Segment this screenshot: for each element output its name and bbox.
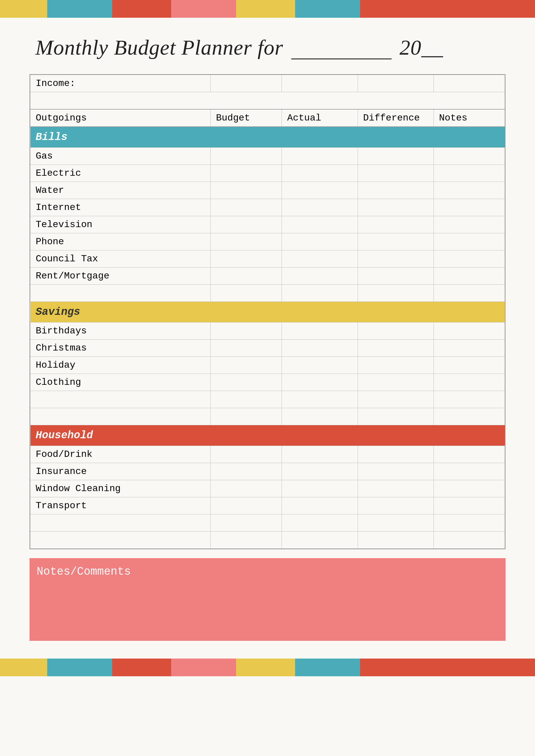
row-christmas: Christmas [30,339,505,356]
budget-table: Income: Outgoings Budget Actual Differen… [30,75,505,549]
title-main: Monthly Budget Planner for [35,36,283,59]
bar-5 [236,0,295,18]
label-electric: Electric [30,165,211,182]
title-year: 20__ [400,36,443,59]
household-empty-row-2 [30,531,505,548]
row-window-cleaning: Window Cleaning [30,480,505,497]
bar-7 [360,0,535,18]
label-rent-mortgage: Rent/Mortgage [30,267,211,285]
section-header-household: Household [30,425,505,446]
page-title: Monthly Budget Planner for 20__ [35,35,500,62]
bottom-bar-3 [112,658,171,676]
bottom-color-bars [0,658,535,676]
bar-4 [171,0,236,18]
col-header-outgoings: Outgoings [30,109,211,127]
bar-2 [47,0,112,18]
label-clothing: Clothing [30,374,211,391]
bar-1 [0,0,47,18]
bottom-bar-4 [171,658,236,676]
row-clothing: Clothing [30,374,505,391]
row-birthdays: Birthdays [30,322,505,339]
income-label: Income: [30,75,211,92]
notes-section: Notes/Comments [30,558,505,641]
bills-empty-row [30,285,505,302]
spacer-row-1 [30,92,505,109]
top-color-bars [0,0,535,18]
label-water: Water [30,182,211,199]
income-notes [434,75,505,92]
row-food-drink: Food/Drink [30,446,505,463]
income-budget [211,75,282,92]
label-phone: Phone [30,233,211,250]
label-internet: Internet [30,199,211,216]
bottom-bar-2 [47,658,112,676]
row-phone: Phone [30,233,505,250]
label-gas: Gas [30,147,211,165]
row-internet: Internet [30,199,505,216]
label-food-drink: Food/Drink [30,446,211,463]
row-television: Television [30,216,505,233]
savings-label: Savings [30,302,505,322]
label-television: Television [30,216,211,233]
col-header-budget: Budget [211,109,282,127]
income-diff [358,75,434,92]
label-transport: Transport [30,497,211,514]
bar-6 [295,0,360,18]
row-transport: Transport [30,497,505,514]
budget-table-container: Income: Outgoings Budget Actual Differen… [30,74,505,549]
section-header-savings: Savings [30,302,505,322]
title-name-line [291,34,392,59]
row-gas: Gas [30,147,505,165]
label-window-cleaning: Window Cleaning [30,480,211,497]
bottom-bar-5 [236,658,295,676]
label-council-tax: Council Tax [30,250,211,267]
label-insurance: Insurance [30,463,211,480]
bottom-bar-6 [295,658,360,676]
income-row: Income: [30,75,505,92]
row-council-tax: Council Tax [30,250,505,267]
page: Monthly Budget Planner for 20__ Income: … [0,0,535,756]
row-water: Water [30,182,505,199]
income-actual [282,75,358,92]
label-birthdays: Birthdays [30,322,211,339]
row-rent-mortgage: Rent/Mortgage [30,267,505,285]
notes-title: Notes/Comments [37,565,498,578]
label-christmas: Christmas [30,339,211,356]
bottom-bar-7 [360,658,535,676]
savings-empty-row-2 [30,408,505,425]
row-electric: Electric [30,165,505,182]
bar-3 [112,0,171,18]
col-header-notes: Notes [434,109,505,127]
column-header-row: Outgoings Budget Actual Difference Notes [30,109,505,127]
label-holiday: Holiday [30,356,211,374]
col-header-actual: Actual [282,109,358,127]
household-empty-row-1 [30,514,505,531]
bills-label: Bills [30,127,505,148]
row-insurance: Insurance [30,463,505,480]
household-label: Household [30,425,505,446]
row-holiday: Holiday [30,356,505,374]
col-header-difference: Difference [358,109,434,127]
savings-empty-row-1 [30,391,505,408]
bottom-bar-1 [0,658,47,676]
title-section: Monthly Budget Planner for 20__ [0,18,535,74]
section-header-bills: Bills [30,127,505,148]
